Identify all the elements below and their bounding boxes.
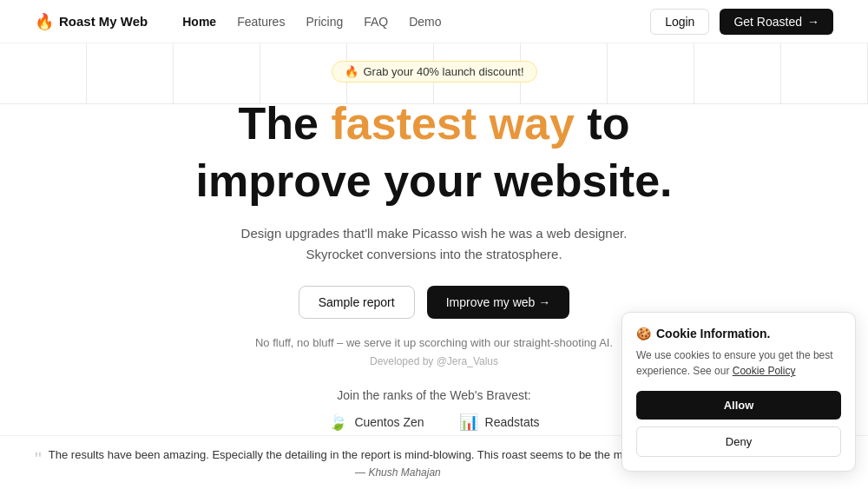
logo-text: Roast My Web	[59, 14, 148, 29]
join-title: Join the ranks of the Web's Bravest:	[328, 388, 539, 402]
hero-heading-line2: improve your website.	[195, 155, 672, 208]
discount-badge[interactable]: 🔥 Grab your 40% launch discount!	[332, 61, 537, 83]
get-roasted-label: Get Roasted	[733, 15, 802, 29]
badge-icon: 🔥	[345, 65, 358, 78]
nav-links: Home Features Pricing FAQ Demo	[182, 15, 650, 29]
nav-pricing[interactable]: Pricing	[306, 15, 343, 29]
hero-heading-line1: The fastest way to	[239, 98, 630, 150]
cookie-policy-link[interactable]: Cookie Policy	[733, 365, 796, 377]
subtitle-line1: Design upgrades that'll make Picasso wis…	[241, 226, 628, 241]
cuentos-icon: 🍃	[328, 413, 347, 432]
quote-mark-left: "	[35, 450, 42, 469]
cookie-banner: 🍪 Cookie Information. We use cookies to …	[621, 312, 856, 472]
readstats-name: Readstats	[485, 415, 540, 429]
readstats-icon: 📊	[459, 413, 478, 432]
cookie-buttons: Allow Deny	[636, 391, 841, 457]
allow-button[interactable]: Allow	[636, 391, 841, 420]
cuentos-name: Cuentos Zen	[354, 415, 424, 429]
nav-faq[interactable]: FAQ	[364, 15, 388, 29]
brand-logos: 🍃 Cuentos Zen 📊 Readstats	[328, 413, 539, 432]
get-roasted-button[interactable]: Get Roasted →	[720, 9, 833, 35]
developed-by-text: Developed by @Jera_Valus	[370, 355, 498, 367]
arrow-icon: →	[807, 15, 819, 29]
cookie-title: 🍪 Cookie Information.	[636, 327, 841, 340]
heading-post: to	[575, 98, 630, 149]
site-logo[interactable]: 🔥 Roast My Web	[35, 12, 148, 31]
cta-buttons: Sample report Improve my web →	[299, 286, 570, 319]
nav-features[interactable]: Features	[237, 15, 285, 29]
heading-highlight: fastest way	[332, 98, 575, 149]
logo-icon: 🔥	[35, 12, 54, 31]
nav-demo[interactable]: Demo	[409, 15, 441, 29]
navbar: 🔥 Roast My Web Home Features Pricing FAQ…	[0, 0, 868, 43]
badge-text: Grab your 40% launch discount!	[364, 65, 524, 78]
nav-home[interactable]: Home	[182, 15, 216, 29]
sample-report-button[interactable]: Sample report	[299, 286, 415, 319]
no-fluff-text: No fluff, no bluff – we serve it up scor…	[255, 334, 613, 353]
heading-pre: The	[239, 98, 332, 149]
cookie-title-text: Cookie Information.	[656, 327, 770, 340]
nav-actions: Login Get Roasted →	[650, 9, 833, 35]
deny-button[interactable]: Deny	[636, 426, 841, 457]
subtitle-line2: Skyrocket conversions into the stratosph…	[306, 247, 562, 261]
cookie-icon: 🍪	[636, 327, 651, 340]
social-proof-section: Join the ranks of the Web's Bravest: 🍃 C…	[328, 388, 539, 432]
hero-subtitle: Design upgrades that'll make Picasso wis…	[241, 223, 628, 265]
improve-web-button[interactable]: Improve my web →	[427, 286, 570, 319]
login-button[interactable]: Login	[650, 9, 709, 35]
brand-readstats: 📊 Readstats	[459, 413, 540, 432]
brand-cuentos: 🍃 Cuentos Zen	[328, 413, 424, 432]
cookie-description: We use cookies to ensure you get the bes…	[636, 347, 841, 379]
